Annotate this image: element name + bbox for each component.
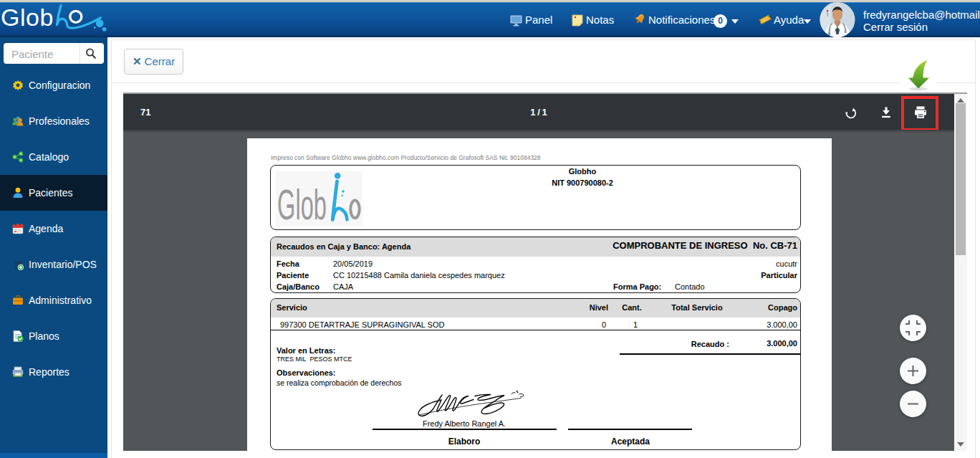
svg-text:Glob: Glob (277, 181, 327, 226)
svg-text:Glob: Glob (1, 4, 54, 31)
